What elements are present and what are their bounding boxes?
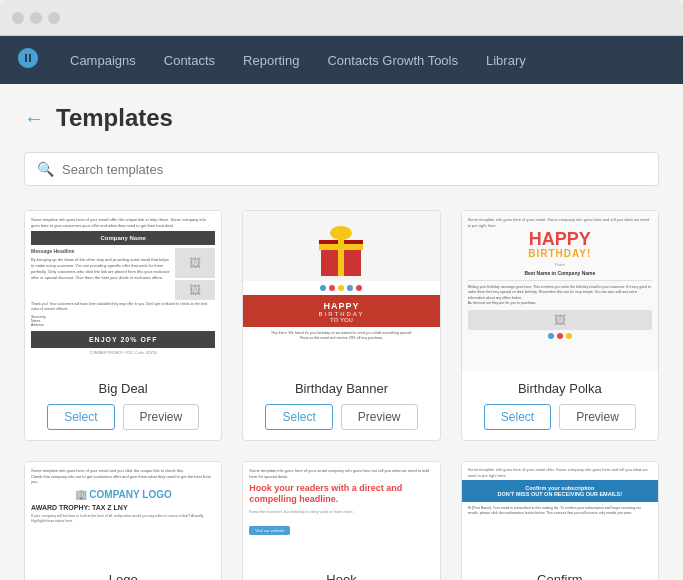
- template-preview-confirm: Some template info goes here of your ema…: [462, 462, 658, 562]
- template-card-logo: Some template info goes here of your ema…: [24, 461, 222, 580]
- nav-item-contacts-growth-tools[interactable]: Contacts Growth Tools: [313, 36, 472, 84]
- nav-item-campaigns[interactable]: Campaigns: [56, 36, 150, 84]
- template-name-hook: Hook: [255, 572, 427, 580]
- browser-dots: [12, 12, 60, 24]
- template-name-birthday-polka: Birthday Polka: [474, 381, 646, 396]
- search-icon: 🔍: [37, 161, 54, 177]
- browser-dot-close[interactable]: [12, 12, 24, 24]
- template-name-confirm: Confirm: [474, 572, 646, 580]
- select-button-birthday-polka[interactable]: Select: [484, 404, 551, 430]
- select-button-big-deal[interactable]: Select: [47, 404, 114, 430]
- template-info-birthday-banner: Birthday Banner Select Preview: [243, 371, 439, 440]
- template-card-hook: Some template info goes here of your ema…: [242, 461, 440, 580]
- template-actions-birthday-banner: Select Preview: [255, 404, 427, 430]
- preview-button-big-deal[interactable]: Preview: [123, 404, 200, 430]
- template-name-logo: Logo: [37, 572, 209, 580]
- page-title: Templates: [56, 104, 173, 132]
- select-button-birthday-banner[interactable]: Select: [265, 404, 332, 430]
- template-actions-big-deal: Select Preview: [37, 404, 209, 430]
- template-card-birthday-banner: HAPPY BIRTHDAY TO YOU Hey there. We hear…: [242, 210, 440, 441]
- nav-item-contacts[interactable]: Contacts: [150, 36, 229, 84]
- template-info-big-deal: Big Deal Select Preview: [25, 371, 221, 440]
- template-preview-birthday-banner: HAPPY BIRTHDAY TO YOU Hey there. We hear…: [243, 211, 439, 371]
- template-info-hook: Hook: [243, 562, 439, 580]
- template-preview-birthday-polka: Some template info goes here of your ema…: [462, 211, 658, 371]
- template-preview-logo: Some template info goes here of your ema…: [25, 462, 221, 562]
- browser-dot-minimize[interactable]: [30, 12, 42, 24]
- main-nav: Campaigns Contacts Reporting Contacts Gr…: [0, 36, 683, 84]
- nav-item-library[interactable]: Library: [472, 36, 540, 84]
- nav-item-reporting[interactable]: Reporting: [229, 36, 313, 84]
- template-card-birthday-polka: Some template info goes here of your ema…: [461, 210, 659, 441]
- template-info-confirm: Confirm: [462, 562, 658, 580]
- back-button[interactable]: ←: [24, 107, 44, 130]
- template-card-big-deal: Some template info goes here of your ema…: [24, 210, 222, 441]
- search-input[interactable]: [62, 162, 646, 177]
- template-grid: Some template info goes here of your ema…: [24, 210, 659, 580]
- template-actions-birthday-polka: Select Preview: [474, 404, 646, 430]
- browser-dot-maximize[interactable]: [48, 12, 60, 24]
- template-info-logo: Logo: [25, 562, 221, 580]
- template-info-birthday-polka: Birthday Polka Select Preview: [462, 371, 658, 440]
- template-name-big-deal: Big Deal: [37, 381, 209, 396]
- browser-chrome: [0, 0, 683, 36]
- page-header: ← Templates: [24, 104, 659, 132]
- template-name-birthday-banner: Birthday Banner: [255, 381, 427, 396]
- page-content: ← Templates 🔍 Some template info goes he…: [0, 84, 683, 580]
- template-preview-hook: Some template info goes here of your ema…: [243, 462, 439, 562]
- search-bar: 🔍: [24, 152, 659, 186]
- template-card-confirm: Some template info goes here of your ema…: [461, 461, 659, 580]
- preview-button-birthday-banner[interactable]: Preview: [341, 404, 418, 430]
- preview-button-birthday-polka[interactable]: Preview: [559, 404, 636, 430]
- nav-logo[interactable]: [16, 46, 40, 74]
- template-preview-big-deal: Some template info goes here of your ema…: [25, 211, 221, 371]
